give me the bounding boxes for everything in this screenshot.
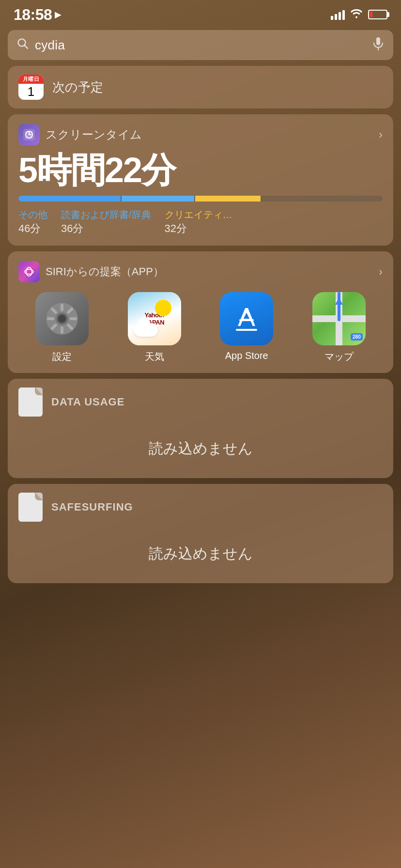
maps-app-icon: 280 xyxy=(312,292,366,345)
progress-segment-yellow xyxy=(195,196,261,202)
siri-suggestions-card[interactable]: SIRIからの提案（APP） › xyxy=(8,251,393,373)
category-item: クリエイティ… 32分 xyxy=(165,208,232,236)
data-usage-title: DATA USAGE xyxy=(51,396,124,408)
app-item-weather[interactable]: Yahoo!JAPAN 天気 xyxy=(111,292,199,363)
app-name-settings: 設定 xyxy=(52,350,72,363)
search-icon xyxy=(17,38,28,52)
siri-title: SIRIからの提案（APP） xyxy=(46,264,164,279)
siri-chevron-icon: › xyxy=(379,265,383,279)
screen-time-categories: その他 46分 読書および辞書/辞典 36分 クリエイティ… 32分 xyxy=(18,208,383,236)
calendar-icon: 月曜日 1 xyxy=(18,75,44,100)
app-item-appstore[interactable]: A App Store xyxy=(203,292,291,363)
data-usage-card[interactable]: DATA USAGE 読み込めません xyxy=(8,379,393,478)
svg-line-1 xyxy=(25,46,28,49)
progress-segment-blue1 xyxy=(18,196,121,202)
data-usage-doc-icon xyxy=(18,388,43,417)
category-name-3: クリエイティ… xyxy=(165,208,232,221)
search-bar[interactable]: cydia xyxy=(8,30,393,60)
calendar-label: 次の予定 xyxy=(52,79,103,96)
category-time-3: 32分 xyxy=(165,221,232,236)
battery-icon xyxy=(368,10,387,19)
category-item: その他 46分 xyxy=(18,208,47,236)
search-input-value: cydia xyxy=(35,38,366,53)
microphone-icon[interactable] xyxy=(373,37,384,53)
safesurfing-card[interactable]: SAFESURFING 読み込めません xyxy=(8,484,393,583)
svg-rect-2 xyxy=(376,37,380,45)
category-time-1: 46分 xyxy=(18,221,47,236)
category-name-2: 読書および辞書/辞典 xyxy=(61,208,151,221)
screen-time-progress-bar xyxy=(18,196,383,202)
app-name-weather: 天気 xyxy=(145,350,164,363)
screen-time-value: 5時間22分 xyxy=(18,152,383,189)
appstore-app-icon: A xyxy=(220,292,273,345)
wifi-icon xyxy=(350,8,363,21)
cal-weekday: 月曜日 xyxy=(18,75,44,84)
category-name-1: その他 xyxy=(18,208,47,221)
app-item-maps[interactable]: 280 マップ xyxy=(295,292,383,363)
status-time: 18:58 xyxy=(14,6,52,24)
svg-point-23 xyxy=(59,315,65,322)
app-item-settings[interactable]: 設定 xyxy=(18,292,106,363)
app-name-maps: マップ xyxy=(324,350,354,363)
screentime-icon xyxy=(18,124,40,145)
status-icons xyxy=(331,8,387,21)
status-bar: 18:58 ▶ xyxy=(0,0,401,26)
data-usage-error: 読み込めません xyxy=(149,440,253,456)
siri-icon xyxy=(18,261,40,282)
svg-text:A: A xyxy=(238,302,255,331)
screen-time-card[interactable]: スクリーンタイム › 5時間22分 その他 46分 読書および辞書/辞典 36分… xyxy=(8,114,393,246)
siri-app-grid: 設定 Yahoo!JAPAN 天気 A xyxy=(18,292,383,363)
app-name-appstore: App Store xyxy=(225,350,268,361)
cal-day-number: 1 xyxy=(28,85,34,99)
category-time-2: 36分 xyxy=(61,221,151,236)
location-icon: ▶ xyxy=(55,9,62,20)
screen-time-title: スクリーンタイム xyxy=(46,127,142,142)
signal-bars-icon xyxy=(331,9,345,20)
progress-segment-gray xyxy=(262,196,383,202)
chevron-right-icon: › xyxy=(379,128,383,141)
weather-app-icon: Yahoo!JAPAN xyxy=(128,292,181,345)
progress-segment-blue2 xyxy=(122,196,194,202)
calendar-card[interactable]: 月曜日 1 次の予定 xyxy=(8,66,393,108)
category-item: 読書および辞書/辞典 36分 xyxy=(61,208,151,236)
safesurfing-title: SAFESURFING xyxy=(51,501,133,513)
safesurfing-error: 読み込めません xyxy=(149,545,253,561)
safesurfing-doc-icon xyxy=(18,493,43,522)
settings-app-icon xyxy=(35,292,89,345)
